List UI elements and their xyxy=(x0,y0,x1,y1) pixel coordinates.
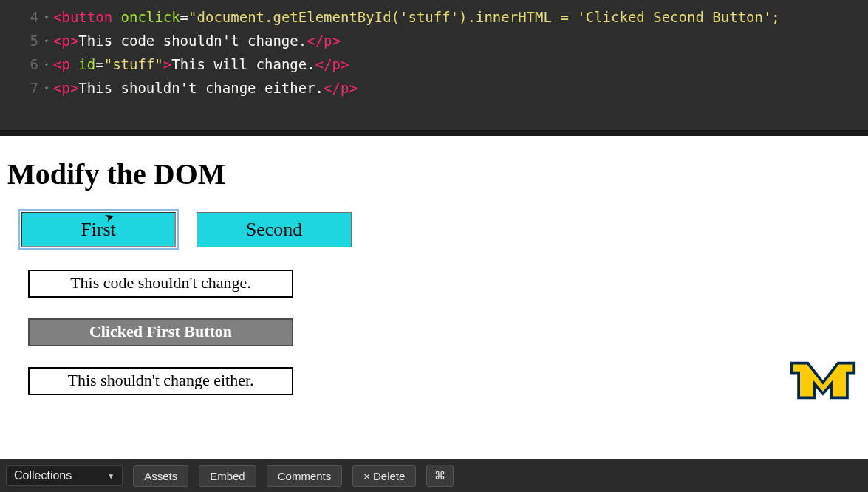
code-content[interactable]: <p id="stuff">This will change.</p> xyxy=(52,53,349,77)
fold-arrow-icon[interactable]: ▾ xyxy=(41,77,52,100)
first-button[interactable]: First xyxy=(21,212,176,247)
static-paragraph-1: This code shouldn't change. xyxy=(28,270,293,298)
fold-arrow-icon[interactable]: ▾ xyxy=(41,53,52,77)
line-number: 7 xyxy=(0,77,41,100)
close-icon: × xyxy=(363,470,370,482)
chevron-down-icon: ▼ xyxy=(107,472,115,480)
code-line[interactable]: 7▾<p>This shouldn't change either.</p> xyxy=(0,77,868,100)
fold-arrow-icon[interactable]: ▾ xyxy=(41,6,52,30)
code-line[interactable]: 4▾<button onclick="document.getElementBy… xyxy=(0,6,868,30)
code-content[interactable]: <button onclick="document.getElementById… xyxy=(52,6,780,30)
pane-divider[interactable] xyxy=(0,130,868,136)
fold-arrow-icon[interactable]: ▾ xyxy=(41,30,52,53)
output-preview-pane: Modify the DOM First Second This code sh… xyxy=(0,136,868,439)
line-number: 6 xyxy=(0,53,41,77)
code-content[interactable]: <p>This code shouldn't change.</p> xyxy=(52,30,341,53)
stuff-paragraph: Clicked First Button xyxy=(28,318,293,346)
second-button[interactable]: Second xyxy=(197,212,352,247)
static-paragraph-3: This shouldn't change either. xyxy=(28,367,293,395)
code-line[interactable]: 6▾<p id="stuff">This will change.</p> xyxy=(0,53,868,77)
michigan-logo-icon xyxy=(788,358,858,403)
button-row: First Second xyxy=(7,212,861,247)
page-title: Modify the DOM xyxy=(7,157,861,191)
assets-button[interactable]: Assets xyxy=(133,465,188,487)
line-number: 4 xyxy=(0,6,41,30)
collections-dropdown[interactable]: Collections ▼ xyxy=(6,465,123,486)
svg-marker-0 xyxy=(792,363,855,398)
embed-button[interactable]: Embed xyxy=(199,465,256,487)
delete-button[interactable]: ×Delete xyxy=(352,465,416,487)
comments-button[interactable]: Comments xyxy=(267,465,343,487)
code-editor-pane[interactable]: 4▾<button onclick="document.getElementBy… xyxy=(0,0,868,130)
keyboard-shortcut-button[interactable]: ⌘ xyxy=(426,465,454,487)
line-number: 5 xyxy=(0,30,41,53)
collections-label: Collections xyxy=(14,469,72,482)
code-line[interactable]: 5▾<p>This code shouldn't change.</p> xyxy=(0,30,868,53)
bottom-toolbar: Collections ▼ Assets Embed Comments ×Del… xyxy=(0,459,868,492)
code-content[interactable]: <p>This shouldn't change either.</p> xyxy=(52,77,358,100)
